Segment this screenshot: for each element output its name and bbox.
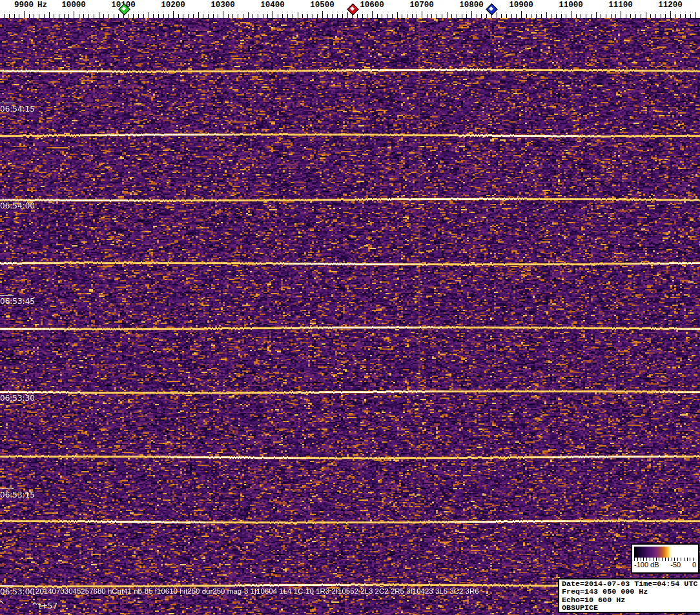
legend-min-label: -100 dB (634, 561, 659, 569)
ruler-tick (129, 14, 129, 18)
ruler-tick (298, 12, 298, 18)
ruler-tick (188, 14, 189, 18)
ruler-tick (635, 14, 636, 18)
ruler-tick (481, 14, 482, 18)
ruler-tick (313, 14, 313, 18)
ruler-tick (103, 14, 104, 18)
ruler-tick (34, 14, 34, 18)
meteor-spectrogram-window: 20140703045257680 hCnt41 nb-85 f10610 hi… (0, 0, 700, 615)
ruler-tick (546, 12, 547, 18)
frequency-ruler[interactable]: Hz 9900100001010010200103001040010500106… (0, 0, 700, 18)
ruler-tick (133, 14, 134, 18)
ruler-tick (9, 14, 10, 18)
ruler-tick (497, 12, 497, 18)
color-scale-gradient (634, 547, 696, 558)
ruler-tick (282, 14, 283, 18)
ruler-tick (591, 14, 592, 18)
ruler-tick (531, 14, 531, 18)
ruler-tick (108, 14, 109, 18)
ruler-tick (267, 14, 268, 18)
ruler-tick (24, 11, 25, 18)
observation-info-box: Date=2014-07-03 Time=04:54 UTC Freq=143 … (558, 578, 700, 613)
legend-max-label: 0 (692, 561, 696, 569)
color-scale-labels: -100 dB -50 0 (632, 561, 698, 569)
ruler-tick (586, 14, 586, 18)
ruler-tick (263, 14, 263, 18)
ruler-label: 11200 (658, 1, 683, 10)
ruler-tick (655, 14, 656, 18)
ruler-tick (680, 14, 681, 18)
ruler-tick (4, 14, 5, 18)
ruler-tick (29, 14, 30, 18)
ruler-label: 10800 (459, 1, 484, 10)
ruler-tick (198, 12, 199, 18)
ruler-tick (342, 14, 343, 18)
ruler-tick (228, 14, 229, 18)
ruler-tick (94, 14, 94, 18)
ruler-tick (258, 14, 258, 18)
ruler-tick (278, 14, 278, 18)
ruler-tick (19, 14, 19, 18)
info-frequency: Freq=143 050 000 Hz (559, 588, 700, 596)
ruler-tick (79, 14, 79, 18)
ruler-tick (566, 14, 566, 18)
ruler-tick (382, 14, 382, 18)
ruler-tick (646, 12, 646, 18)
ruler-label: 11000 (559, 1, 583, 10)
ruler-label: 10900 (509, 1, 533, 10)
ruler-tick (99, 12, 99, 18)
ruler-tick (337, 14, 338, 18)
ruler-tick (317, 14, 318, 18)
ruler-tick (357, 14, 358, 18)
ruler-tick (427, 14, 427, 18)
ruler-tick (347, 12, 348, 18)
ruler-tick (163, 14, 164, 18)
info-date-time: Date=2014-07-03 Time=04:54 UTC (559, 580, 700, 588)
ruler-tick (621, 11, 621, 18)
ruler-tick (64, 14, 65, 18)
ruler-label: 10300 (211, 1, 235, 10)
ruler-tick (367, 14, 367, 18)
ruler-tick (626, 14, 626, 18)
ruler-tick (387, 14, 387, 18)
ruler-tick (451, 14, 452, 18)
waterfall-canvas[interactable] (0, 18, 700, 615)
ruler-tick (39, 14, 39, 18)
ruler-tick (218, 14, 218, 18)
ruler-tick (173, 11, 174, 18)
ruler-tick (661, 14, 661, 18)
ruler-tick (158, 14, 159, 18)
ruler-tick (521, 11, 522, 18)
ruler-tick (118, 14, 119, 18)
ruler-tick (551, 14, 551, 18)
ruler-tick (611, 14, 612, 18)
ruler-tick (477, 14, 477, 18)
ruler-tick (149, 12, 149, 18)
ruler-tick (685, 14, 686, 18)
ruler-tick (526, 14, 527, 18)
ruler-tick (690, 14, 691, 18)
ruler-tick (417, 14, 417, 18)
ruler-tick (14, 14, 15, 18)
ruler-tick (466, 14, 467, 18)
ruler-tick (302, 14, 303, 18)
ruler-tick (431, 14, 432, 18)
ruler-label: 10600 (360, 1, 384, 10)
ruler-tick (252, 14, 253, 18)
ruler-tick (556, 14, 557, 18)
ruler-label: 10500 (310, 1, 335, 10)
ruler-tick (208, 14, 209, 18)
ruler-tick (238, 14, 238, 18)
ruler-tick (501, 14, 502, 18)
ruler-tick (372, 11, 373, 18)
ruler-tick (68, 14, 69, 18)
ruler-tick (362, 14, 363, 18)
ruler-tick (223, 11, 223, 18)
ruler-tick (153, 14, 154, 18)
ruler-tick (650, 14, 651, 18)
ruler-tick (675, 14, 676, 18)
ruler-tick (54, 14, 54, 18)
ruler-tick (49, 12, 50, 18)
ruler-tick (83, 14, 84, 18)
legend-mid-label: -50 (670, 561, 681, 569)
